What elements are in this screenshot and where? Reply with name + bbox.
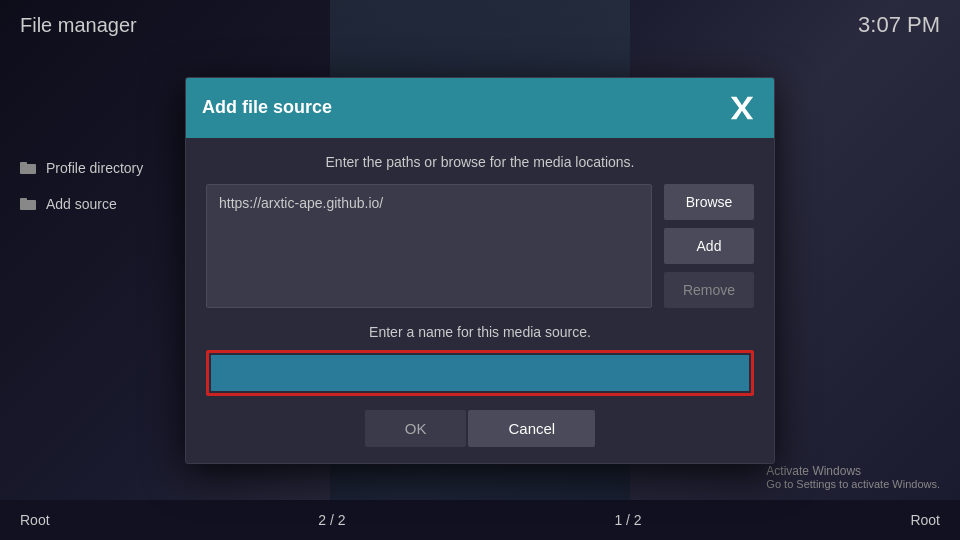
add-button[interactable]: Add: [664, 228, 754, 264]
dialog-subtitle: Enter the paths or browse for the media …: [206, 154, 754, 170]
url-section: https://arxtic-ape.github.io/ Browse Add…: [206, 184, 754, 308]
url-text: https://arxtic-ape.github.io/: [219, 195, 383, 211]
dialog-body: Enter the paths or browse for the media …: [186, 138, 774, 463]
remove-button[interactable]: Remove: [664, 272, 754, 308]
dialog-header: Add file source: [186, 78, 774, 138]
svg-marker-0: [731, 96, 753, 118]
url-buttons: Browse Add Remove: [664, 184, 754, 308]
browse-button[interactable]: Browse: [664, 184, 754, 220]
name-input[interactable]: [211, 355, 749, 391]
ok-button[interactable]: OK: [365, 410, 467, 447]
dialog-title: Add file source: [202, 97, 332, 118]
modal-overlay: Add file source Enter the paths or brows…: [0, 0, 960, 540]
kodi-logo-icon: [726, 92, 758, 124]
url-input-area[interactable]: https://arxtic-ape.github.io/: [206, 184, 652, 308]
cancel-button[interactable]: Cancel: [468, 410, 595, 447]
dialog-actions: OK Cancel: [206, 410, 754, 447]
name-input-wrapper: [206, 350, 754, 396]
add-file-source-dialog: Add file source Enter the paths or brows…: [185, 77, 775, 464]
name-section: Enter a name for this media source.: [206, 324, 754, 396]
name-label: Enter a name for this media source.: [206, 324, 754, 340]
